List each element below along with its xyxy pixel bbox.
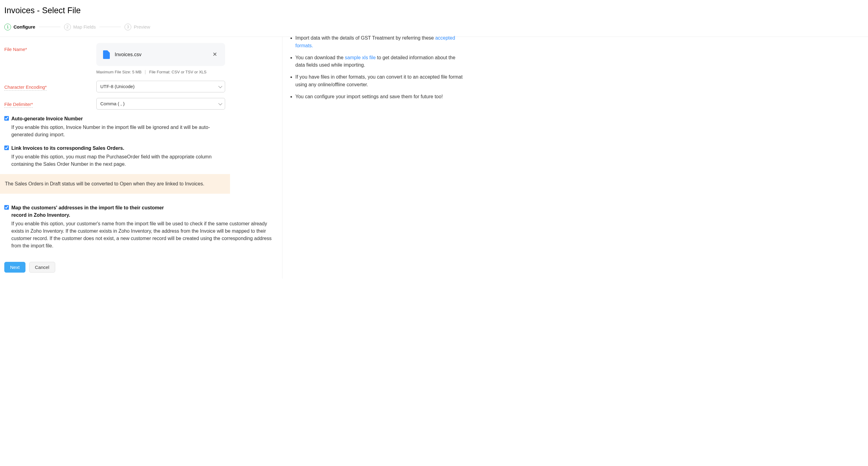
help-gst-item: Import data with the details of GST Trea… (296, 34, 464, 50)
step-number: 3 (125, 24, 131, 30)
help-save-item: You can configure your import settings a… (296, 93, 464, 101)
map-addresses-desc: If you enable this option, your customer… (11, 220, 278, 250)
next-button[interactable]: Next (4, 262, 26, 272)
delimiter-label: File Delimiter* (4, 98, 96, 108)
step-number: 2 (64, 24, 71, 30)
selected-file: Invoices.csv ✕ (96, 43, 225, 66)
max-size-hint: Maximum File Size: 5 MB (96, 69, 142, 75)
step-label: Preview (134, 24, 150, 31)
encoding-label: Character Encoding* (4, 81, 96, 91)
cancel-button[interactable]: Cancel (29, 262, 55, 272)
format-hint: File Format: CSV or TSV or XLS (149, 69, 207, 75)
step-number: 1 (4, 24, 11, 30)
step-connector (99, 27, 121, 27)
link-sales-orders-desc: If you enable this option, you must map … (11, 153, 226, 168)
delimiter-select[interactable]: Comma ( , ) (96, 98, 225, 110)
file-name-value: Invoices.csv (115, 51, 207, 58)
auto-generate-desc: If you enable this option, Invoice Numbe… (11, 124, 226, 139)
file-name-label: File Name* (4, 43, 96, 53)
link-sales-orders-checkbox[interactable] (4, 146, 9, 150)
close-icon: ✕ (213, 51, 217, 57)
link-sales-orders-label: Link Invoices to its corresponding Sales… (11, 145, 124, 152)
step-connector (39, 27, 60, 27)
remove-file-button[interactable]: ✕ (211, 49, 218, 60)
step-map-fields: 2 Map Fields (64, 24, 96, 31)
map-addresses-checkbox[interactable] (4, 205, 9, 210)
help-convert-item: If you have files in other formats, you … (296, 74, 464, 89)
sales-order-warning-banner: The Sales Orders in Draft status will be… (0, 174, 230, 194)
encoding-select[interactable]: UTF-8 (Unicode) (96, 81, 225, 92)
step-label: Configure (13, 24, 35, 31)
file-icon (103, 50, 110, 59)
page-title: Invoices - Select File (4, 4, 864, 17)
step-configure[interactable]: 1 Configure (4, 24, 35, 31)
auto-generate-label: Auto-generate Invoice Number (11, 115, 83, 122)
step-label: Map Fields (73, 24, 96, 31)
sample-xls-link[interactable]: sample xls file (345, 55, 375, 60)
auto-generate-checkbox[interactable] (4, 116, 9, 121)
help-xls-item: You can download the sample xls file to … (296, 54, 464, 69)
map-addresses-label: Map the customers' addresses in the impo… (11, 204, 174, 219)
step-preview: 3 Preview (125, 24, 150, 31)
